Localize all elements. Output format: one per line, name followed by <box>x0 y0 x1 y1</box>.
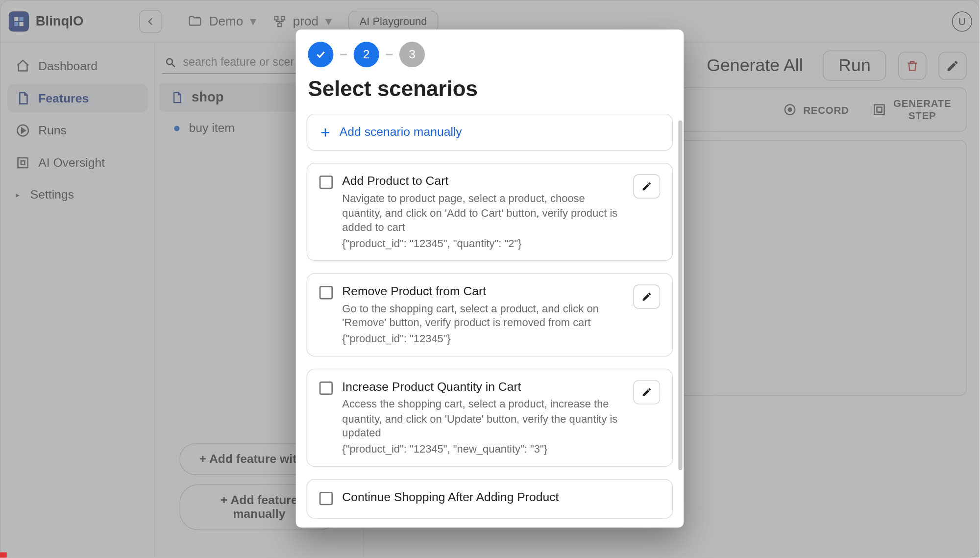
add-scenario-manually[interactable]: Add scenario manually <box>307 114 673 151</box>
scenario-desc: Go to the shopping cart, select a produc… <box>342 301 624 330</box>
scenario-card[interactable]: Remove Product from Cart Go to the shopp… <box>307 273 673 356</box>
pencil-icon <box>641 181 652 192</box>
decorative-edge <box>0 552 7 558</box>
step-1-done <box>308 42 333 67</box>
edit-scenario-button[interactable] <box>633 174 660 198</box>
pencil-icon <box>641 291 652 302</box>
scenario-desc: Navigate to product page, select a produ… <box>342 191 624 235</box>
scenario-title: Remove Product from Cart <box>342 284 624 299</box>
scenario-checkbox[interactable] <box>319 176 333 189</box>
pencil-icon <box>641 387 652 398</box>
scenario-params: {"product_id": "12345", "quantity": "2"} <box>342 237 624 250</box>
scenario-desc: Access the shopping cart, select a produ… <box>342 397 624 440</box>
scrollbar[interactable] <box>678 121 682 470</box>
check-icon <box>315 49 327 61</box>
scenario-checkbox[interactable] <box>319 492 333 505</box>
edit-scenario-button[interactable] <box>633 380 660 404</box>
scenario-card[interactable]: Increase Product Quantity in Cart Access… <box>307 369 673 467</box>
select-scenarios-modal: 2 3 Select scenarios Add scenario manual… <box>296 29 684 527</box>
scenario-params: {"product_id": "12345", "new_quantity": … <box>342 443 624 456</box>
scenario-checkbox[interactable] <box>319 286 333 299</box>
step-2-current: 2 <box>354 42 379 67</box>
scenario-card[interactable]: Add Product to Cart Navigate to product … <box>307 163 673 261</box>
step-3-future: 3 <box>399 42 425 67</box>
plus-icon <box>319 126 332 138</box>
modal-title: Select scenarios <box>296 70 684 114</box>
scenario-title: Increase Product Quantity in Cart <box>342 380 624 394</box>
scenario-checkbox[interactable] <box>319 381 333 395</box>
edit-scenario-button[interactable] <box>633 284 660 308</box>
scenario-card[interactable]: Continue Shopping After Adding Product <box>307 479 673 519</box>
scenario-params: {"product_id": "12345"} <box>342 333 624 345</box>
scenario-title: Add Product to Cart <box>342 174 624 188</box>
scenario-title: Continue Shopping After Adding Product <box>342 490 660 505</box>
